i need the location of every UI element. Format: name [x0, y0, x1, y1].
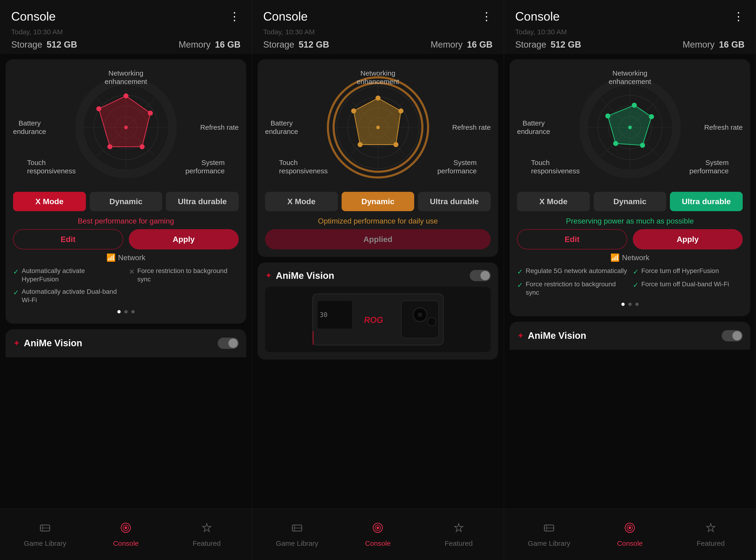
- anime-toggle[interactable]: [470, 270, 491, 281]
- page-dots: [13, 306, 239, 316]
- main-content: Networkingenhancement Refresh rate Syste…: [0, 54, 252, 509]
- storage-info: Storage 512 GB: [263, 40, 329, 50]
- anime-icon: ✦: [13, 338, 20, 348]
- performance-card: Networkingenhancement Refresh rate Syste…: [510, 59, 750, 316]
- svg-point-15: [124, 125, 127, 129]
- xmode-button[interactable]: X Mode: [265, 192, 338, 211]
- ultradurable-button[interactable]: Ultra durable: [670, 192, 743, 211]
- header-date: Today, 10:30 AM: [0, 27, 252, 37]
- svg-marker-80: [707, 524, 715, 532]
- svg-point-11: [148, 111, 153, 116]
- nav-featured[interactable]: Featured: [418, 522, 499, 547]
- toggle-switch[interactable]: [218, 338, 239, 349]
- dynamic-button[interactable]: Dynamic: [342, 192, 414, 211]
- nav-featured[interactable]: Featured: [670, 522, 751, 547]
- featured-label: Featured: [445, 539, 473, 547]
- ultradurable-button[interactable]: Ultra durable: [166, 192, 239, 211]
- memory-info: Memory 16 GB: [179, 40, 241, 50]
- check-icon: ✓: [517, 267, 523, 276]
- nav-game-library[interactable]: Game Library: [509, 522, 590, 547]
- svg-point-39: [376, 125, 380, 129]
- ultradurable-button[interactable]: Ultra durable: [418, 192, 491, 211]
- toggle-knob: [228, 339, 238, 348]
- nav-console[interactable]: Console: [337, 522, 418, 547]
- check-icon: ✓: [633, 280, 639, 289]
- dynamic-button[interactable]: Dynamic: [89, 192, 162, 211]
- radar-label-refresh: Refresh rate: [704, 123, 743, 132]
- network-section: 📶 Network ✓ Regulate 5G network automati…: [517, 249, 743, 299]
- svg-point-69: [649, 114, 654, 119]
- game-library-icon: [39, 522, 51, 537]
- edit-button[interactable]: Edit: [517, 229, 627, 249]
- wifi-icon: 📶: [106, 253, 116, 262]
- console-icon: [624, 522, 636, 537]
- featured-label: Featured: [193, 539, 221, 547]
- mode-buttons: X Mode Dynamic Ultra durable: [265, 192, 491, 211]
- panel-header: Console ⋮: [504, 0, 756, 27]
- bottom-navigation: Game Library Console Featured: [252, 509, 504, 560]
- dot-2: [124, 310, 127, 313]
- mode-buttons: X Mode Dynamic Ultra durable: [13, 192, 239, 211]
- header-title: Console: [515, 9, 560, 23]
- nav-featured[interactable]: Featured: [166, 522, 247, 547]
- svg-text:30: 30: [320, 311, 327, 319]
- dot-1: [621, 303, 625, 306]
- toggle-switch[interactable]: [722, 330, 743, 341]
- svg-point-73: [628, 125, 632, 129]
- header-date: Today, 10:30 AM: [504, 27, 756, 37]
- nav-console[interactable]: Console: [590, 522, 670, 547]
- menu-dots[interactable]: ⋮: [229, 10, 241, 23]
- console-label: Console: [617, 539, 642, 547]
- header-title: Console: [263, 9, 308, 23]
- radar-label-refresh: Refresh rate: [452, 123, 491, 132]
- mode-status: Optimized performance for daily use: [265, 215, 491, 229]
- nav-game-library[interactable]: Game Library: [257, 522, 337, 547]
- svg-point-21: [125, 527, 127, 529]
- network-title: 📶 Network: [13, 253, 239, 262]
- svg-point-35: [398, 108, 403, 114]
- radar-label-networking: Networkingenhancement: [357, 69, 399, 86]
- xmode-button[interactable]: X Mode: [517, 192, 590, 211]
- dynamic-button[interactable]: Dynamic: [594, 192, 667, 211]
- menu-dots[interactable]: ⋮: [481, 10, 493, 23]
- header-date: Today, 10:30 AM: [252, 27, 504, 37]
- nav-game-library[interactable]: Game Library: [5, 522, 85, 547]
- network-item: ✓ Force restriction to background sync: [517, 280, 627, 297]
- action-buttons: Edit Apply: [13, 229, 239, 249]
- check-icon: ✓: [13, 288, 19, 297]
- phone-back-svg: ROG 30: [299, 289, 457, 350]
- memory-info: Memory 16 GB: [431, 40, 493, 50]
- header-title: Console: [11, 9, 56, 23]
- x-icon: ✕: [129, 267, 135, 276]
- dot-2: [629, 303, 632, 306]
- svg-point-68: [632, 103, 637, 107]
- radar-label-refresh: Refresh rate: [200, 123, 239, 132]
- radar-label-networking: Networkingenhancement: [105, 69, 147, 86]
- svg-text:ROG: ROG: [364, 315, 383, 325]
- applied-button[interactable]: Applied: [265, 229, 491, 249]
- network-section: 📶 Network ✓ Automatically activate Hyper…: [13, 249, 239, 306]
- nav-console[interactable]: Console: [85, 522, 166, 547]
- check-icon: ✓: [13, 267, 19, 276]
- menu-dots[interactable]: ⋮: [733, 10, 744, 23]
- performance-card: Networkingenhancement Refresh rate Syste…: [6, 59, 246, 324]
- network-title: 📶 Network: [517, 253, 743, 262]
- check-icon: ✓: [517, 280, 523, 289]
- anime-title: AniMe Vision: [24, 338, 82, 348]
- svg-point-45: [418, 313, 422, 317]
- radar-label-battery: Batteryendurance: [517, 119, 550, 136]
- edit-button[interactable]: Edit: [13, 229, 123, 249]
- dot-1: [117, 310, 121, 313]
- dot-3: [635, 303, 639, 306]
- xmode-button[interactable]: X Mode: [13, 192, 86, 211]
- radar-label-battery: Batteryendurance: [13, 119, 46, 136]
- svg-point-37: [357, 142, 362, 147]
- apply-button[interactable]: Apply: [633, 229, 743, 249]
- memory-info: Memory 16 GB: [682, 40, 744, 50]
- network-item: ✓ Automatically activate Dual-band Wi-Fi: [13, 287, 123, 304]
- apply-button[interactable]: Apply: [129, 229, 239, 249]
- game-library-label: Game Library: [528, 539, 570, 547]
- game-library-icon: [543, 522, 555, 537]
- network-item: ✓ Force turn off HyperFusion: [633, 267, 743, 276]
- radar-label-networking: Networkingenhancement: [609, 69, 651, 86]
